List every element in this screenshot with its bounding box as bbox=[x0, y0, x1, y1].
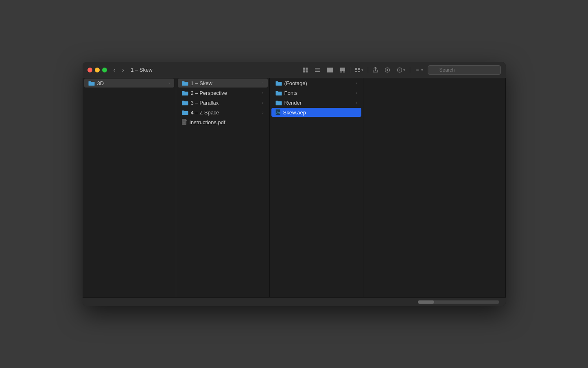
chevron-icon: › bbox=[168, 81, 170, 85]
grid-view-button[interactable] bbox=[300, 66, 310, 74]
folder-icon bbox=[182, 81, 188, 86]
svg-rect-14 bbox=[358, 68, 360, 70]
column-2: 1 – Skew › 2 – Perspective › 3 – P bbox=[176, 78, 270, 297]
svg-point-22 bbox=[417, 69, 418, 70]
back-button[interactable]: ‹ bbox=[112, 66, 117, 74]
svg-rect-4 bbox=[315, 68, 320, 69]
column-3: (Footage) › Fonts › Render bbox=[270, 78, 363, 297]
item-label: 1 – Skew bbox=[191, 80, 212, 86]
folder-icon bbox=[275, 81, 282, 86]
folder-icon bbox=[275, 90, 282, 96]
svg-rect-8 bbox=[329, 68, 331, 72]
svg-rect-25 bbox=[183, 122, 185, 122]
svg-rect-1 bbox=[306, 68, 308, 70]
item-label: Instructions.pdf bbox=[190, 119, 225, 125]
ae-file-icon: Ae bbox=[275, 109, 281, 116]
column-view-button[interactable] bbox=[325, 66, 335, 74]
item-label: (Footage) bbox=[284, 80, 307, 86]
search-wrapper: 🔍 bbox=[428, 65, 501, 75]
list-item-selected[interactable]: Ae Skew.aep bbox=[271, 108, 361, 117]
svg-rect-3 bbox=[306, 70, 308, 72]
scrollbar[interactable] bbox=[418, 300, 499, 304]
more-options-button[interactable]: ▾ bbox=[413, 66, 425, 74]
item-label: 4 – Z Space bbox=[191, 110, 219, 116]
svg-rect-13 bbox=[355, 68, 357, 70]
svg-point-18 bbox=[387, 69, 388, 71]
list-item[interactable]: Fonts › bbox=[271, 88, 361, 97]
list-item[interactable]: Render › bbox=[271, 98, 361, 107]
svg-point-21 bbox=[415, 69, 416, 70]
chevron-icon: › bbox=[356, 101, 357, 105]
svg-rect-12 bbox=[343, 71, 345, 72]
pdf-file-icon bbox=[182, 119, 187, 125]
item-label: Skew.aep bbox=[283, 110, 306, 116]
chevron-icon: › bbox=[356, 91, 357, 95]
list-item[interactable]: Instructions.pdf bbox=[178, 118, 268, 127]
folder-icon bbox=[182, 110, 188, 115]
folder-icon bbox=[182, 100, 188, 105]
folder-icon bbox=[88, 81, 95, 86]
svg-rect-9 bbox=[331, 68, 333, 72]
svg-rect-11 bbox=[340, 71, 342, 72]
titlebar: ‹ › 1 – Skew bbox=[83, 62, 506, 78]
svg-rect-0 bbox=[303, 68, 305, 70]
svg-rect-6 bbox=[315, 71, 320, 72]
minimize-button[interactable] bbox=[95, 68, 100, 72]
column-1: 3D › bbox=[83, 78, 176, 297]
folder-icon bbox=[275, 100, 282, 105]
action-button[interactable]: ▾ bbox=[395, 66, 407, 74]
item-label: Render bbox=[284, 100, 302, 106]
svg-rect-16 bbox=[358, 71, 360, 72]
list-item[interactable]: 3 – Parallax › bbox=[178, 98, 268, 107]
svg-rect-2 bbox=[303, 70, 305, 72]
list-item[interactable]: 1 – Skew › bbox=[178, 79, 268, 88]
close-button[interactable] bbox=[87, 68, 92, 72]
column-4-preview bbox=[363, 78, 506, 297]
toolbar-separator-1 bbox=[350, 67, 350, 73]
chevron-icon: › bbox=[262, 110, 263, 115]
finder-content: 3D › 1 – Skew › 2 bbox=[83, 78, 506, 297]
list-view-button[interactable] bbox=[313, 66, 322, 74]
toolbar-separator-3 bbox=[410, 67, 410, 73]
svg-rect-10 bbox=[340, 68, 345, 71]
item-label: 3 – Parallax bbox=[191, 100, 219, 106]
svg-point-20 bbox=[399, 69, 400, 70]
scrollbar-thumb[interactable] bbox=[418, 300, 434, 304]
chevron-icon: › bbox=[356, 81, 357, 85]
finder-window: ‹ › 1 – Skew bbox=[83, 62, 506, 306]
list-item[interactable]: 3D › bbox=[84, 79, 174, 88]
forward-button[interactable]: › bbox=[120, 66, 126, 74]
tag-button[interactable] bbox=[383, 66, 392, 74]
search-input[interactable] bbox=[428, 65, 501, 75]
svg-point-23 bbox=[418, 69, 419, 70]
list-item[interactable]: 4 – Z Space › bbox=[178, 108, 268, 117]
window-title: 1 – Skew bbox=[131, 67, 152, 73]
footer bbox=[83, 297, 506, 306]
svg-rect-26 bbox=[183, 123, 185, 123]
item-label: Fonts bbox=[284, 90, 298, 96]
toolbar-separator-2 bbox=[368, 67, 368, 73]
svg-text:Ae: Ae bbox=[276, 111, 280, 114]
svg-rect-7 bbox=[327, 68, 329, 72]
chevron-icon: › bbox=[262, 101, 263, 105]
list-item[interactable]: (Footage) › bbox=[271, 79, 361, 88]
svg-rect-5 bbox=[315, 70, 320, 70]
toolbar-right: ▾ ▾ bbox=[300, 65, 501, 75]
chevron-icon: › bbox=[262, 81, 263, 85]
item-label: 2 – Perspective bbox=[191, 90, 227, 96]
traffic-lights bbox=[87, 68, 107, 72]
share-button[interactable] bbox=[371, 66, 380, 74]
folder-icon bbox=[182, 90, 188, 96]
item-label: 3D bbox=[97, 80, 104, 86]
list-item[interactable]: 2 – Perspective › bbox=[178, 88, 268, 97]
group-button[interactable]: ▾ bbox=[353, 66, 365, 74]
maximize-button[interactable] bbox=[102, 68, 107, 72]
svg-rect-15 bbox=[355, 71, 357, 72]
chevron-icon: › bbox=[262, 91, 263, 95]
gallery-view-button[interactable] bbox=[338, 66, 348, 74]
